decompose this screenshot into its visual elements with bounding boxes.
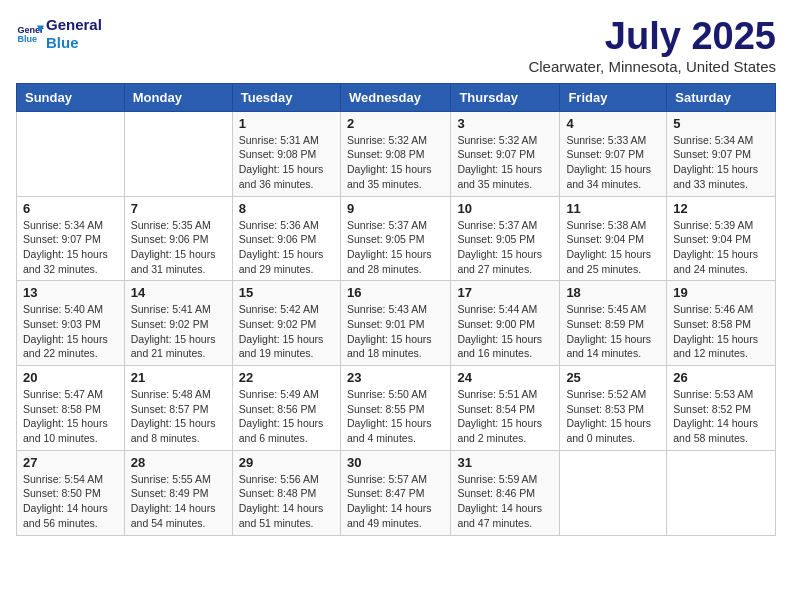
day-number: 3 bbox=[457, 116, 553, 131]
calendar-cell: 11Sunrise: 5:38 AMSunset: 9:04 PMDayligh… bbox=[560, 196, 667, 281]
calendar-cell: 10Sunrise: 5:37 AMSunset: 9:05 PMDayligh… bbox=[451, 196, 560, 281]
day-detail: Sunrise: 5:36 AMSunset: 9:06 PMDaylight:… bbox=[239, 218, 334, 277]
day-detail: Sunrise: 5:43 AMSunset: 9:01 PMDaylight:… bbox=[347, 302, 444, 361]
day-detail: Sunrise: 5:39 AMSunset: 9:04 PMDaylight:… bbox=[673, 218, 769, 277]
day-number: 12 bbox=[673, 201, 769, 216]
weekday-header-cell: Saturday bbox=[667, 83, 776, 111]
day-number: 26 bbox=[673, 370, 769, 385]
calendar-cell: 16Sunrise: 5:43 AMSunset: 9:01 PMDayligh… bbox=[340, 281, 450, 366]
day-detail: Sunrise: 5:37 AMSunset: 9:05 PMDaylight:… bbox=[347, 218, 444, 277]
calendar-body: 1Sunrise: 5:31 AMSunset: 9:08 PMDaylight… bbox=[17, 111, 776, 535]
title-area: July 2025 Clearwater, Minnesota, United … bbox=[528, 16, 776, 75]
calendar-cell: 24Sunrise: 5:51 AMSunset: 8:54 PMDayligh… bbox=[451, 366, 560, 451]
day-detail: Sunrise: 5:46 AMSunset: 8:58 PMDaylight:… bbox=[673, 302, 769, 361]
calendar-cell: 13Sunrise: 5:40 AMSunset: 9:03 PMDayligh… bbox=[17, 281, 125, 366]
day-number: 5 bbox=[673, 116, 769, 131]
calendar-cell: 18Sunrise: 5:45 AMSunset: 8:59 PMDayligh… bbox=[560, 281, 667, 366]
logo: General Blue General Blue bbox=[16, 16, 102, 52]
day-number: 13 bbox=[23, 285, 118, 300]
calendar-week-row: 6Sunrise: 5:34 AMSunset: 9:07 PMDaylight… bbox=[17, 196, 776, 281]
day-detail: Sunrise: 5:44 AMSunset: 9:00 PMDaylight:… bbox=[457, 302, 553, 361]
svg-text:Blue: Blue bbox=[17, 34, 37, 44]
calendar-cell: 7Sunrise: 5:35 AMSunset: 9:06 PMDaylight… bbox=[124, 196, 232, 281]
day-number: 11 bbox=[566, 201, 660, 216]
day-detail: Sunrise: 5:47 AMSunset: 8:58 PMDaylight:… bbox=[23, 387, 118, 446]
day-detail: Sunrise: 5:32 AMSunset: 9:07 PMDaylight:… bbox=[457, 133, 553, 192]
calendar-title: July 2025 bbox=[528, 16, 776, 58]
calendar-week-row: 20Sunrise: 5:47 AMSunset: 8:58 PMDayligh… bbox=[17, 366, 776, 451]
calendar-cell: 8Sunrise: 5:36 AMSunset: 9:06 PMDaylight… bbox=[232, 196, 340, 281]
day-number: 2 bbox=[347, 116, 444, 131]
calendar-cell: 31Sunrise: 5:59 AMSunset: 8:46 PMDayligh… bbox=[451, 450, 560, 535]
day-detail: Sunrise: 5:45 AMSunset: 8:59 PMDaylight:… bbox=[566, 302, 660, 361]
calendar-cell: 20Sunrise: 5:47 AMSunset: 8:58 PMDayligh… bbox=[17, 366, 125, 451]
calendar-cell bbox=[17, 111, 125, 196]
day-number: 6 bbox=[23, 201, 118, 216]
logo-icon: General Blue bbox=[16, 20, 44, 48]
calendar-cell: 26Sunrise: 5:53 AMSunset: 8:52 PMDayligh… bbox=[667, 366, 776, 451]
calendar-cell: 28Sunrise: 5:55 AMSunset: 8:49 PMDayligh… bbox=[124, 450, 232, 535]
day-number: 29 bbox=[239, 455, 334, 470]
day-detail: Sunrise: 5:59 AMSunset: 8:46 PMDaylight:… bbox=[457, 472, 553, 531]
calendar-cell: 23Sunrise: 5:50 AMSunset: 8:55 PMDayligh… bbox=[340, 366, 450, 451]
logo-general: General bbox=[46, 16, 102, 34]
calendar-cell: 21Sunrise: 5:48 AMSunset: 8:57 PMDayligh… bbox=[124, 366, 232, 451]
day-detail: Sunrise: 5:49 AMSunset: 8:56 PMDaylight:… bbox=[239, 387, 334, 446]
day-detail: Sunrise: 5:41 AMSunset: 9:02 PMDaylight:… bbox=[131, 302, 226, 361]
day-number: 20 bbox=[23, 370, 118, 385]
day-detail: Sunrise: 5:37 AMSunset: 9:05 PMDaylight:… bbox=[457, 218, 553, 277]
calendar-cell: 30Sunrise: 5:57 AMSunset: 8:47 PMDayligh… bbox=[340, 450, 450, 535]
day-number: 28 bbox=[131, 455, 226, 470]
calendar-table: SundayMondayTuesdayWednesdayThursdayFrid… bbox=[16, 83, 776, 536]
calendar-cell: 27Sunrise: 5:54 AMSunset: 8:50 PMDayligh… bbox=[17, 450, 125, 535]
weekday-header-cell: Tuesday bbox=[232, 83, 340, 111]
day-number: 22 bbox=[239, 370, 334, 385]
day-detail: Sunrise: 5:31 AMSunset: 9:08 PMDaylight:… bbox=[239, 133, 334, 192]
calendar-cell: 17Sunrise: 5:44 AMSunset: 9:00 PMDayligh… bbox=[451, 281, 560, 366]
day-detail: Sunrise: 5:38 AMSunset: 9:04 PMDaylight:… bbox=[566, 218, 660, 277]
day-detail: Sunrise: 5:34 AMSunset: 9:07 PMDaylight:… bbox=[23, 218, 118, 277]
day-number: 18 bbox=[566, 285, 660, 300]
header: General Blue General Blue July 2025 Clea… bbox=[16, 16, 776, 75]
day-number: 1 bbox=[239, 116, 334, 131]
day-detail: Sunrise: 5:55 AMSunset: 8:49 PMDaylight:… bbox=[131, 472, 226, 531]
day-number: 31 bbox=[457, 455, 553, 470]
day-detail: Sunrise: 5:34 AMSunset: 9:07 PMDaylight:… bbox=[673, 133, 769, 192]
day-detail: Sunrise: 5:32 AMSunset: 9:08 PMDaylight:… bbox=[347, 133, 444, 192]
calendar-cell: 15Sunrise: 5:42 AMSunset: 9:02 PMDayligh… bbox=[232, 281, 340, 366]
day-number: 4 bbox=[566, 116, 660, 131]
calendar-cell: 4Sunrise: 5:33 AMSunset: 9:07 PMDaylight… bbox=[560, 111, 667, 196]
calendar-cell bbox=[124, 111, 232, 196]
day-number: 25 bbox=[566, 370, 660, 385]
calendar-cell: 29Sunrise: 5:56 AMSunset: 8:48 PMDayligh… bbox=[232, 450, 340, 535]
day-detail: Sunrise: 5:52 AMSunset: 8:53 PMDaylight:… bbox=[566, 387, 660, 446]
day-number: 23 bbox=[347, 370, 444, 385]
day-detail: Sunrise: 5:57 AMSunset: 8:47 PMDaylight:… bbox=[347, 472, 444, 531]
logo-blue: Blue bbox=[46, 34, 102, 52]
day-detail: Sunrise: 5:50 AMSunset: 8:55 PMDaylight:… bbox=[347, 387, 444, 446]
day-number: 19 bbox=[673, 285, 769, 300]
day-number: 9 bbox=[347, 201, 444, 216]
calendar-week-row: 27Sunrise: 5:54 AMSunset: 8:50 PMDayligh… bbox=[17, 450, 776, 535]
calendar-week-row: 1Sunrise: 5:31 AMSunset: 9:08 PMDaylight… bbox=[17, 111, 776, 196]
day-number: 30 bbox=[347, 455, 444, 470]
day-number: 15 bbox=[239, 285, 334, 300]
calendar-subtitle: Clearwater, Minnesota, United States bbox=[528, 58, 776, 75]
day-detail: Sunrise: 5:33 AMSunset: 9:07 PMDaylight:… bbox=[566, 133, 660, 192]
weekday-header-cell: Friday bbox=[560, 83, 667, 111]
day-number: 21 bbox=[131, 370, 226, 385]
calendar-cell: 1Sunrise: 5:31 AMSunset: 9:08 PMDaylight… bbox=[232, 111, 340, 196]
day-number: 8 bbox=[239, 201, 334, 216]
day-detail: Sunrise: 5:51 AMSunset: 8:54 PMDaylight:… bbox=[457, 387, 553, 446]
day-detail: Sunrise: 5:48 AMSunset: 8:57 PMDaylight:… bbox=[131, 387, 226, 446]
calendar-cell: 19Sunrise: 5:46 AMSunset: 8:58 PMDayligh… bbox=[667, 281, 776, 366]
calendar-cell: 25Sunrise: 5:52 AMSunset: 8:53 PMDayligh… bbox=[560, 366, 667, 451]
calendar-cell: 2Sunrise: 5:32 AMSunset: 9:08 PMDaylight… bbox=[340, 111, 450, 196]
weekday-header-cell: Monday bbox=[124, 83, 232, 111]
day-number: 14 bbox=[131, 285, 226, 300]
calendar-cell: 6Sunrise: 5:34 AMSunset: 9:07 PMDaylight… bbox=[17, 196, 125, 281]
weekday-header-row: SundayMondayTuesdayWednesdayThursdayFrid… bbox=[17, 83, 776, 111]
day-number: 7 bbox=[131, 201, 226, 216]
calendar-cell: 12Sunrise: 5:39 AMSunset: 9:04 PMDayligh… bbox=[667, 196, 776, 281]
calendar-cell: 3Sunrise: 5:32 AMSunset: 9:07 PMDaylight… bbox=[451, 111, 560, 196]
